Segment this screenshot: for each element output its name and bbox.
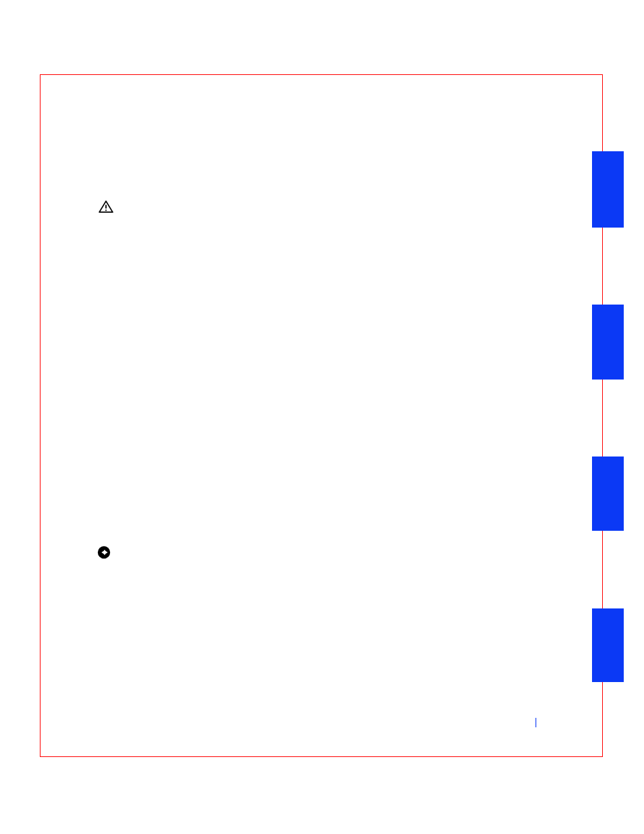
page-border: [40, 74, 603, 757]
svg-rect-0: [105, 205, 107, 208]
notice-circle-arrow-icon: [97, 545, 111, 560]
side-tab-3[interactable]: [592, 457, 624, 531]
footer-separator: |: [535, 717, 537, 727]
svg-rect-1: [105, 210, 107, 211]
side-tab-1[interactable]: [592, 151, 624, 228]
warning-triangle-icon: [99, 201, 113, 213]
side-tab-4[interactable]: [592, 608, 624, 682]
side-tab-2[interactable]: [592, 305, 624, 380]
